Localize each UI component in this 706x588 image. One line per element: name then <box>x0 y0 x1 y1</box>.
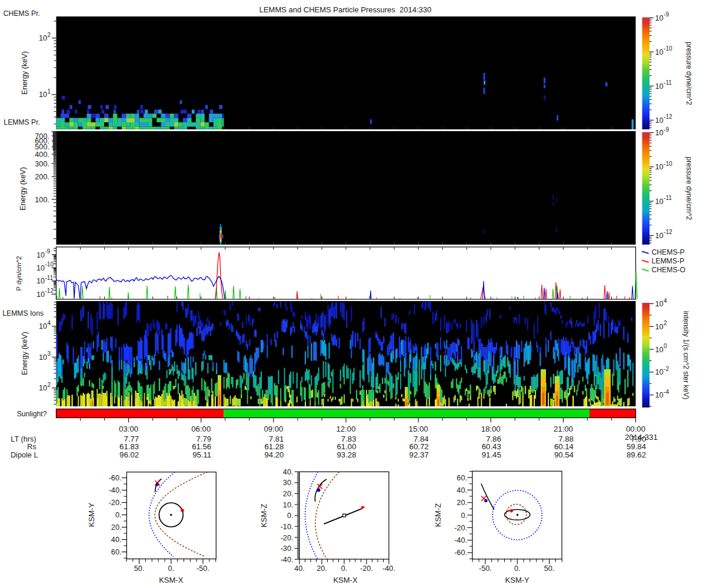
svg-text:20.: 20. <box>111 523 122 532</box>
svg-text:Energy (keV): Energy (keV) <box>19 167 27 211</box>
svg-text:10: 10 <box>655 116 664 125</box>
svg-text:-40.: -40. <box>382 564 395 573</box>
svg-text:300.: 300. <box>35 160 49 168</box>
svg-text:10: 10 <box>655 129 664 137</box>
svg-text:KSM-X: KSM-X <box>333 576 358 584</box>
svg-text:0: 0 <box>664 343 667 349</box>
svg-text:-30.: -30. <box>281 544 294 553</box>
svg-text:93.28: 93.28 <box>337 450 356 459</box>
svg-text:90.54: 90.54 <box>554 450 574 459</box>
svg-text:pressure dyne/cm^2: pressure dyne/cm^2 <box>685 42 693 105</box>
svg-text:2: 2 <box>664 320 667 326</box>
svg-text:-60.: -60. <box>454 549 467 557</box>
svg-text:-4: -4 <box>664 389 669 395</box>
svg-text:10: 10 <box>39 91 47 99</box>
svg-text:03:00: 03:00 <box>119 425 138 433</box>
svg-text:0.: 0. <box>461 512 467 520</box>
svg-text:10: 10 <box>655 391 664 399</box>
svg-text:-20.: -20. <box>109 499 122 507</box>
svg-text:40.: 40. <box>111 536 122 544</box>
svg-text:10: 10 <box>36 277 45 285</box>
svg-text:-10.: -10. <box>281 523 294 531</box>
svg-text:10: 10 <box>655 232 664 240</box>
svg-text:-9: -9 <box>664 11 669 18</box>
svg-text:10: 10 <box>39 353 47 362</box>
svg-text:CHEMS-P: CHEMS-P <box>652 248 685 256</box>
svg-text:-50.: -50. <box>197 564 209 573</box>
svg-text:-10: -10 <box>664 45 672 52</box>
svg-text:0.: 0. <box>341 564 348 573</box>
svg-text:KSM-Z: KSM-Z <box>259 503 268 527</box>
svg-text:200.: 200. <box>35 173 49 181</box>
svg-text:10.: 10. <box>283 501 294 509</box>
svg-text:-10: -10 <box>45 261 54 268</box>
svg-text:-40.: -40. <box>109 486 122 495</box>
svg-text:30.: 30. <box>283 479 294 487</box>
svg-text:-20.: -20. <box>281 534 294 542</box>
svg-text:CHEMS-O: CHEMS-O <box>652 266 686 274</box>
svg-text:pressure dyne/cm^2: pressure dyne/cm^2 <box>685 157 693 220</box>
svg-text:LEMMS-P: LEMMS-P <box>652 257 685 265</box>
svg-text:0.: 0. <box>115 511 122 519</box>
svg-text:10: 10 <box>36 251 45 259</box>
svg-text:10: 10 <box>36 264 45 272</box>
svg-text:400.: 400. <box>35 151 49 159</box>
svg-text:10: 10 <box>655 368 664 376</box>
svg-text:-60.: -60. <box>109 474 122 482</box>
svg-text:LT (hrs): LT (hrs) <box>11 435 36 443</box>
svg-text:0.: 0. <box>514 564 521 573</box>
svg-text:40.: 40. <box>294 564 305 573</box>
svg-text:10: 10 <box>655 48 664 56</box>
svg-text:10: 10 <box>655 346 664 354</box>
svg-text:3: 3 <box>48 350 51 357</box>
svg-text:60.: 60. <box>111 548 122 556</box>
svg-text:0.: 0. <box>287 512 294 520</box>
svg-text:-9: -9 <box>664 126 669 133</box>
svg-text:10: 10 <box>655 82 664 91</box>
svg-text:10: 10 <box>655 300 664 308</box>
svg-text:-11: -11 <box>664 79 672 86</box>
svg-text:12:00: 12:00 <box>336 425 355 433</box>
svg-text:-40.: -40. <box>281 556 294 564</box>
svg-text:Dipole L: Dipole L <box>11 451 38 459</box>
svg-text:20.: 20. <box>317 564 327 573</box>
svg-text:50.: 50. <box>134 564 145 573</box>
svg-text:20.: 20. <box>457 499 467 507</box>
svg-text:intensity 1/(s cm^2 ster keV): intensity 1/(s cm^2 ster keV) <box>682 311 690 399</box>
svg-text:15:00: 15:00 <box>409 425 428 433</box>
svg-text:10: 10 <box>655 198 664 206</box>
svg-text:-11: -11 <box>45 275 54 281</box>
svg-text:-12: -12 <box>45 288 54 294</box>
svg-text:LEMMS and CHEMS Particle Press: LEMMS and CHEMS Particle Pressures 2014:… <box>259 5 432 14</box>
svg-text:KSM-Y: KSM-Y <box>505 576 530 584</box>
svg-text:06:00: 06:00 <box>191 425 211 433</box>
svg-text:-11: -11 <box>664 195 672 201</box>
svg-text:20.: 20. <box>283 490 294 498</box>
svg-text:-20.: -20. <box>454 524 467 532</box>
svg-text:KSM-Y: KSM-Y <box>87 503 96 527</box>
svg-text:10: 10 <box>655 163 664 171</box>
svg-text:21:00: 21:00 <box>554 425 573 433</box>
svg-text:2: 2 <box>48 382 51 388</box>
svg-text:-20.: -20. <box>360 564 373 573</box>
svg-text:-2: -2 <box>664 366 669 372</box>
svg-text:10: 10 <box>36 290 45 299</box>
svg-text:94.20: 94.20 <box>264 450 284 459</box>
svg-text:-50.: -50. <box>479 564 492 573</box>
svg-text:CHEMS Pr.: CHEMS Pr. <box>4 9 40 18</box>
svg-text:10: 10 <box>39 384 47 392</box>
svg-text:40.: 40. <box>457 486 467 495</box>
svg-text:95.11: 95.11 <box>192 450 211 459</box>
svg-text:4: 4 <box>48 320 51 326</box>
svg-text:LEMMS Ions: LEMMS Ions <box>2 309 44 318</box>
svg-text:-9: -9 <box>45 248 51 255</box>
svg-text:50.: 50. <box>544 564 555 573</box>
svg-text:-12: -12 <box>664 113 672 120</box>
svg-text:10: 10 <box>39 34 47 42</box>
svg-text:40.: 40. <box>283 468 294 476</box>
svg-text:P dyn/cm^2: P dyn/cm^2 <box>15 256 22 291</box>
svg-text:-10: -10 <box>664 161 672 167</box>
svg-text:18:00: 18:00 <box>481 425 501 433</box>
svg-text:89.62: 89.62 <box>627 450 646 459</box>
svg-text:100.: 100. <box>35 196 49 204</box>
